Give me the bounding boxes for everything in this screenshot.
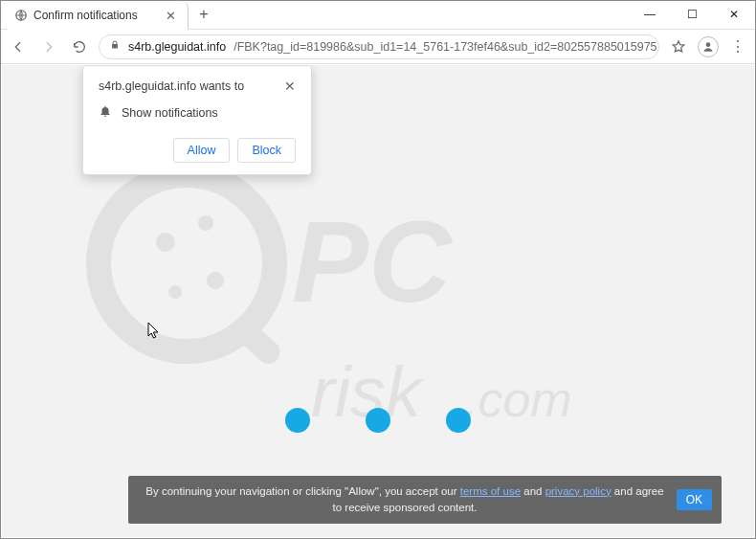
svg-point-7: [207, 272, 224, 289]
back-button[interactable]: [7, 35, 30, 58]
titlebar: Confirm notifications ✕ + — ☐ ✕: [1, 1, 755, 30]
lock-icon: [109, 39, 121, 54]
consent-ok-button[interactable]: OK: [677, 489, 712, 510]
tab-title: Confirm notifications: [33, 9, 138, 22]
profile-avatar-icon[interactable]: [698, 36, 719, 57]
allow-button[interactable]: Allow: [173, 138, 231, 163]
loading-dots: [285, 408, 471, 433]
svg-text:.com: .com: [464, 371, 572, 427]
new-tab-button[interactable]: +: [190, 1, 217, 28]
permission-header: s4rb.gleguidat.info wants to: [99, 79, 244, 93]
dot-2: [366, 408, 390, 433]
bell-icon: [99, 104, 112, 121]
svg-point-3: [99, 175, 275, 351]
block-button[interactable]: Block: [237, 138, 296, 163]
toolbar: s4rb.gleguidat.info /FBK?tag_id=819986&s…: [1, 30, 755, 64]
reload-button[interactable]: [68, 35, 91, 58]
maximize-button[interactable]: ☐: [671, 1, 713, 28]
svg-point-5: [156, 233, 175, 252]
forward-button[interactable]: [37, 35, 60, 58]
permission-close-icon[interactable]: ✕: [284, 79, 296, 93]
svg-text:PC: PC: [292, 197, 454, 326]
browser-window: Confirm notifications ✕ + — ☐ ✕ s4rb.gle…: [0, 0, 756, 539]
svg-point-8: [168, 285, 182, 299]
browser-tab[interactable]: Confirm notifications ✕: [7, 1, 189, 30]
window-controls: — ☐ ✕: [629, 1, 755, 28]
svg-point-6: [198, 215, 213, 231]
minimize-button[interactable]: —: [629, 1, 671, 28]
consent-bar: By continuing your navigation or clickin…: [128, 476, 722, 525]
svg-point-2: [706, 42, 711, 47]
privacy-link[interactable]: privacy policy: [545, 485, 611, 497]
page-viewport: PC risk .com Please tap the Allow button…: [2, 65, 754, 537]
dot-1: [285, 408, 310, 433]
svg-rect-1: [112, 44, 118, 49]
bookmark-star-icon[interactable]: [667, 35, 690, 58]
terms-link[interactable]: terms of use: [460, 485, 521, 497]
cursor-icon: [147, 322, 161, 345]
svg-rect-4: [227, 313, 285, 369]
globe-icon: [14, 9, 28, 22]
consent-mid: and: [521, 485, 545, 497]
tab-close-icon[interactable]: ✕: [162, 9, 180, 23]
notification-permission-dialog: s4rb.gleguidat.info wants to ✕ Show noti…: [82, 65, 312, 175]
permission-option: Show notifications: [122, 106, 218, 120]
consent-pre: By continuing your navigation or clickin…: [145, 485, 459, 497]
kebab-menu-icon[interactable]: ⋮: [726, 37, 749, 56]
url-path: /FBK?tag_id=819986&sub_id1=14_5761-173fe…: [233, 40, 659, 54]
url-domain: s4rb.gleguidat.info: [128, 40, 226, 54]
close-window-button[interactable]: ✕: [713, 1, 755, 28]
address-bar[interactable]: s4rb.gleguidat.info /FBK?tag_id=819986&s…: [99, 34, 659, 59]
dot-3: [446, 408, 471, 433]
